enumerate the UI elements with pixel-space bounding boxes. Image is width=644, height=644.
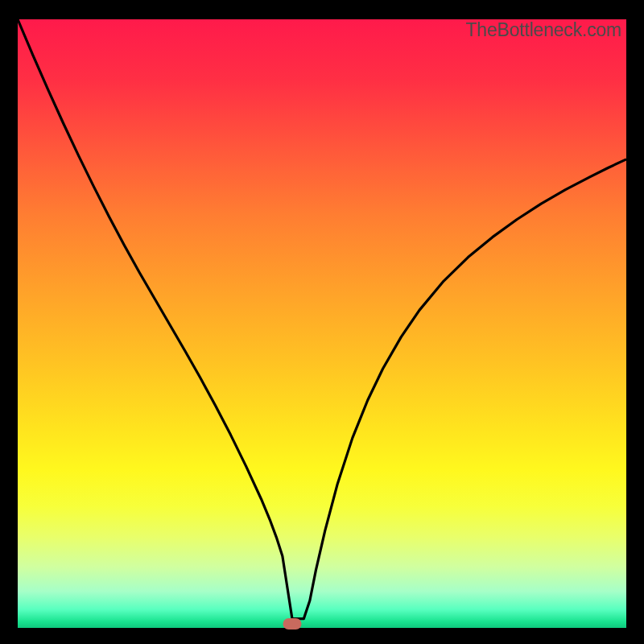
chart-plot-area: TheBottleneck.com [18, 19, 626, 628]
optimal-point-marker [283, 618, 301, 630]
bottleneck-curve [18, 19, 626, 628]
